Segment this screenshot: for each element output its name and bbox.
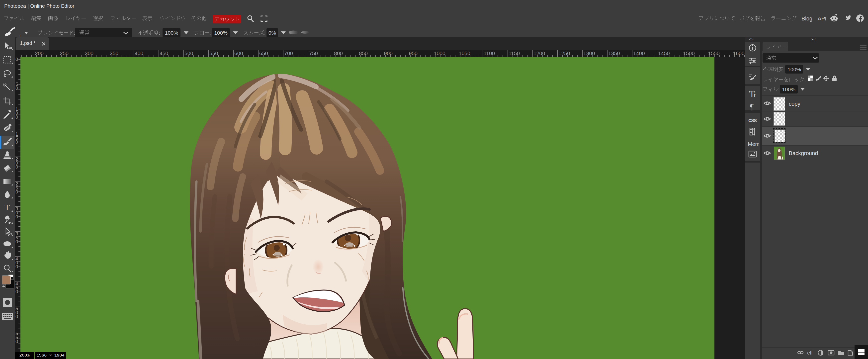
svg-text:0: 0: [16, 314, 18, 319]
svg-text:250: 250: [60, 50, 68, 56]
svg-text:1300: 1300: [583, 50, 595, 56]
svg-text:0: 0: [16, 339, 18, 344]
svg-text:200: 200: [35, 50, 43, 56]
svg-text:1550: 1550: [708, 50, 720, 56]
svg-text:1500: 1500: [683, 50, 695, 56]
svg-text:0: 0: [16, 114, 18, 120]
svg-text:350: 350: [110, 50, 118, 56]
svg-text:850: 850: [359, 50, 368, 56]
svg-text:800: 800: [334, 50, 343, 56]
svg-text:950: 950: [409, 50, 417, 56]
svg-text:1100: 1100: [484, 50, 495, 56]
svg-text:550: 550: [209, 50, 218, 56]
svg-text:1400: 1400: [633, 50, 645, 56]
svg-text:400: 400: [134, 50, 143, 56]
svg-text:1050: 1050: [459, 50, 470, 56]
svg-text:1600: 1600: [733, 50, 745, 56]
svg-text:650: 650: [259, 50, 268, 56]
svg-text:450: 450: [159, 50, 168, 56]
svg-text:600: 600: [234, 50, 243, 56]
svg-text:1250: 1250: [558, 50, 570, 56]
svg-text:0: 0: [16, 289, 18, 294]
svg-text:eff: eff: [807, 350, 813, 356]
svg-text:0: 0: [16, 86, 18, 91]
svg-text:300: 300: [85, 50, 93, 56]
svg-text:750: 750: [309, 50, 318, 56]
svg-text:0: 0: [16, 189, 18, 195]
svg-text:0: 0: [16, 57, 18, 62]
svg-text:1000: 1000: [434, 50, 445, 56]
svg-text:0: 0: [16, 239, 18, 244]
svg-text:900: 900: [384, 50, 393, 56]
svg-text:CSS: CSS: [748, 118, 757, 124]
svg-text:1450: 1450: [658, 50, 670, 56]
svg-text:0: 0: [16, 214, 18, 219]
svg-text:1200: 1200: [533, 50, 545, 56]
svg-text:0: 0: [16, 139, 18, 145]
svg-text:500: 500: [184, 50, 193, 56]
svg-text:0: 0: [16, 164, 18, 170]
svg-text:700: 700: [284, 50, 293, 56]
svg-text:0: 0: [16, 264, 18, 269]
svg-text:1150: 1150: [508, 50, 520, 56]
svg-text:1350: 1350: [608, 50, 620, 56]
